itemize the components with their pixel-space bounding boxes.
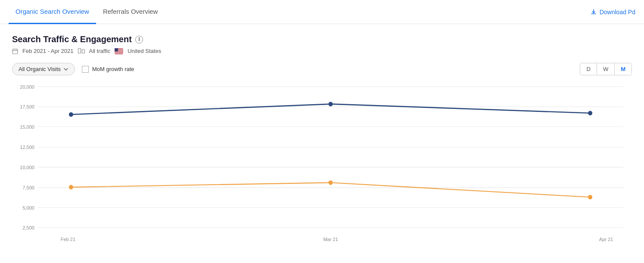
flag-icon (115, 48, 123, 54)
mom-checkbox[interactable] (82, 66, 89, 73)
period-buttons: D W M (580, 63, 632, 75)
svg-rect-5 (82, 49, 84, 53)
svg-rect-11 (115, 52, 123, 53)
download-icon (590, 9, 597, 15)
svg-text:7,500: 7,500 (22, 185, 34, 190)
svg-text:2,500: 2,500 (22, 225, 34, 230)
blue-dot-feb (69, 112, 73, 117)
info-icon[interactable]: ℹ (135, 36, 143, 43)
download-button[interactable]: Download Pd (590, 9, 635, 15)
svg-text:17,500: 17,500 (20, 104, 34, 109)
controls-row: All Organic Visits MoM growth rate D W M (12, 63, 632, 75)
date-range: Feb 2021 - Apr 2021 (22, 48, 74, 54)
svg-rect-10 (115, 51, 123, 52)
svg-text:12,500: 12,500 (20, 145, 34, 150)
period-btn-w[interactable]: W (597, 63, 615, 75)
orange-dot-mar (328, 180, 333, 185)
content-area: Search Traffic & Engagement ℹ Feb 2021 -… (0, 24, 644, 246)
traffic-filter: All traffic (89, 48, 111, 54)
svg-text:20,000: 20,000 (20, 84, 34, 90)
blue-dot-mar (328, 102, 333, 106)
svg-text:5,000: 5,000 (22, 205, 34, 210)
chart-container: 20,000 17,500 15,000 12,500 10,000 7,500… (12, 82, 632, 246)
svg-text:10,000: 10,000 (20, 164, 34, 170)
section-title-text: Search Traffic & Engagement (12, 34, 132, 44)
compare-icon (78, 48, 85, 54)
svg-text:Mar 21: Mar 21 (323, 237, 338, 242)
calendar-icon (12, 48, 18, 54)
svg-rect-0 (12, 49, 18, 54)
organic-visits-dropdown[interactable]: All Organic Visits (12, 63, 75, 75)
section-title-row: Search Traffic & Engagement ℹ (12, 34, 632, 44)
orange-dot-apr (588, 195, 592, 200)
country-label: United States (128, 48, 161, 54)
blue-dot-apr (588, 111, 592, 116)
svg-text:15,000: 15,000 (20, 124, 34, 129)
tabs-bar: Organic Search Overview Referrals Overvi… (0, 0, 644, 24)
svg-rect-12 (115, 53, 123, 53)
tab-organic[interactable]: Organic Search Overview (9, 0, 96, 24)
svg-text:Feb 21: Feb 21 (61, 237, 75, 242)
tab-referrals[interactable]: Referrals Overview (96, 0, 165, 24)
chevron-down-icon (63, 67, 68, 72)
period-btn-m[interactable]: M (615, 63, 632, 75)
mom-checkbox-label[interactable]: MoM growth rate (82, 66, 134, 73)
chart-svg: 20,000 17,500 15,000 12,500 10,000 7,500… (12, 82, 632, 246)
svg-text:Apr 21: Apr 21 (599, 237, 613, 242)
controls-left: All Organic Visits MoM growth rate (12, 63, 134, 75)
orange-dot-feb (69, 185, 73, 190)
period-btn-d[interactable]: D (580, 63, 597, 75)
mom-label-text: MoM growth rate (92, 66, 134, 72)
svg-rect-4 (78, 48, 81, 53)
meta-row: Feb 2021 - Apr 2021 All traffic United S… (12, 48, 632, 54)
tabs-left: Organic Search Overview Referrals Overvi… (9, 0, 165, 24)
svg-rect-13 (115, 48, 118, 52)
